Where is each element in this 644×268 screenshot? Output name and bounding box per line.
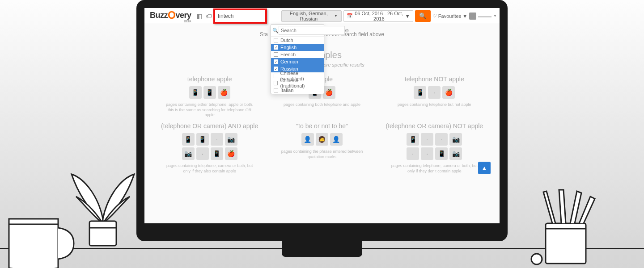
avatar [469,13,476,20]
example-icon: · [211,133,223,146]
logo: BuzzOvery BETA [147,9,194,23]
example-icons: 📱📱·📷📷·📱🍎 [181,133,239,160]
example-icon: 📷 [449,133,462,146]
example-icon: 👤 [301,133,314,146]
checkbox-icon [274,74,278,78]
checkbox-icon [274,52,278,57]
example-icons: 📱··📷··📱📷 [405,133,463,160]
caret-down-icon: ▼ [493,14,497,18]
checkbox-icon: ✓ [274,45,278,50]
example-icon: · [407,147,419,160]
example-icon: 👤 [330,133,343,146]
example-icon: 📱 [407,133,419,146]
example-description: pages containing telephone, camera or bo… [390,163,479,174]
example-icon: 📱 [211,147,223,160]
example-icon: 📷 [449,147,462,160]
example-title: (telephone OR camera) NOT apple [383,122,486,130]
language-dropdown-panel: 🔍 ⊘ Dutch✓EnglishFrench✓German✓RussianCh… [271,24,324,94]
checkbox-icon [274,81,278,85]
language-option-label: Dutch [280,38,293,43]
example-icon: 🍎 [225,147,237,160]
checkbox-icon: ✓ [274,59,278,64]
calendar-icon: 📅 [347,13,353,19]
example-title: telephone NOT apple [383,75,486,83]
heart-icon: ♡ [432,13,437,19]
example-icons: 📱📱🍎 [181,86,239,99]
example-icons: 📱·🍎 [405,86,463,99]
language-option-label: Chinese (traditional) [280,78,321,88]
language-option-label: German [280,59,298,64]
example-icon: 🍎 [442,86,455,99]
language-option[interactable]: ✓German [271,58,324,65]
example-icon: 📷 [225,133,237,146]
clear-icon[interactable]: ⊘ [345,28,349,34]
svg-point-5 [531,254,542,264]
language-option[interactable]: Chinese (traditional) [271,80,324,87]
example-card: telephone NOT apple📱·🍎pages containing t… [383,75,486,118]
dropdown-search-row: 🔍 ⊘ [271,25,324,37]
mug-illustration [0,214,76,268]
scroll-to-top-button[interactable]: ▲ [478,162,491,174]
example-icon: 🧔 [316,133,328,146]
example-description: pages containing the phrase entered betw… [277,149,367,159]
example-icon: 📱 [414,86,426,99]
chevron-up-icon: ▲ [482,165,487,171]
pencil-cup-illustration [519,188,608,268]
favourites-label: Favourites [438,13,461,19]
tags-icon[interactable]: 🏷 [205,12,212,21]
date-label: 06 Oct, 2016 - 26 Oct, 2016 [355,11,403,21]
example-description: pages containing telephone but not apple [390,102,479,108]
language-label: English, German, Russian [285,11,332,21]
example-icon: · [428,86,441,99]
example-description: pages containing either telephone, apple… [165,102,254,118]
example-title: telephone apple [158,75,261,83]
user-menu[interactable]: ▬▬▬ ▼ [469,13,497,20]
example-card: (telephone OR camera) NOT apple📱··📷··📱📷p… [383,122,486,174]
username: ▬▬▬ [478,13,491,18]
example-icon: 📱 [182,133,195,146]
checkbox-icon: ✓ [274,67,278,71]
language-dropdown-button[interactable]: English, German, Russian ▼ [281,10,342,22]
example-icon: 📱 [196,133,209,146]
language-option[interactable]: ✓English [271,44,324,51]
example-icon: 📱 [189,86,202,99]
search-icon: 🔍 [272,28,279,34]
monitor-frame: BuzzOvery BETA ◧ 🏷 English, German, Russ… [136,0,508,241]
example-icon: 🍎 [323,86,335,99]
search-button[interactable]: 🔍 [415,10,431,22]
favourites-button[interactable]: ♡ Favourites ▼ [432,13,467,19]
date-range-button[interactable]: 📅 06 Oct, 2016 - 26 Oct, 2016 ▼ [343,10,413,22]
logo-o-icon: O [168,9,175,21]
language-option[interactable]: French [271,51,324,58]
dropdown-search-input[interactable] [279,26,345,35]
example-card: "to be or not to be"👤🧔👤pages containing … [270,122,373,174]
example-icon: · [435,133,448,146]
language-option-label: Italian [280,88,293,93]
example-card: telephone apple📱📱🍎pages containing eithe… [158,75,261,118]
app-screen: BuzzOvery BETA ◧ 🏷 English, German, Russ… [144,8,500,223]
example-description: pages containing telephone, camera or bo… [165,163,254,174]
language-option-label: French [280,52,296,57]
svg-rect-0 [89,221,116,246]
logo-text-2: very [175,11,191,20]
example-icon: 📱 [203,86,216,99]
main-search-input[interactable] [213,8,267,24]
example-title: (telephone OR camera) AND apple [158,122,261,130]
example-icon: · [421,133,433,146]
caret-down-icon: ▼ [334,14,338,18]
language-option-label: English [280,45,297,50]
top-bar: BuzzOvery BETA ◧ 🏷 English, German, Russ… [144,8,500,24]
example-card: (telephone OR camera) AND apple📱📱·📷📷·📱🍎p… [158,122,261,174]
example-description: pages containing both telephone and appl… [277,102,367,108]
example-icon: 🍎 [218,86,230,99]
example-title: "to be or not to be" [270,122,373,130]
checkbox-icon [274,88,278,92]
example-icon: · [421,147,433,160]
example-icons: 👤🧔👤 [293,133,351,146]
mask-icon[interactable]: ◧ [195,12,203,21]
search-icon: 🔍 [419,13,427,19]
language-option[interactable]: Dutch [271,37,324,44]
example-icon: · [196,147,209,160]
example-icon: 📷 [182,147,195,160]
checkbox-icon [274,38,278,42]
